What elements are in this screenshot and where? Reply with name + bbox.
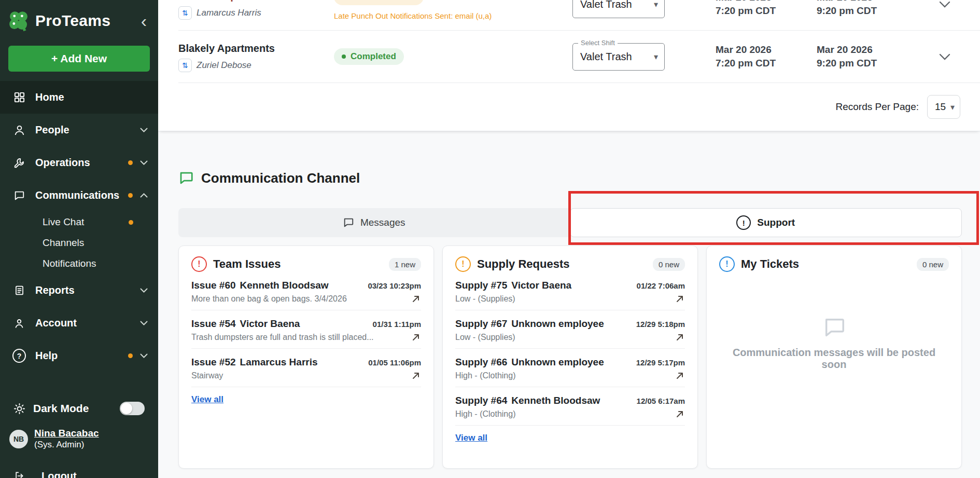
subitem-label: Channels — [43, 237, 84, 249]
chevron-down-icon — [140, 288, 148, 293]
caret-down-icon: ▾ — [654, 0, 658, 9]
records-per-page-row: Records Per Page: 15 ▾ — [178, 83, 980, 131]
item-id: Issue #52 — [191, 357, 236, 367]
item-name: Kenneth Bloodsaw — [240, 280, 329, 291]
sidebar-item-label: Reports — [35, 284, 75, 296]
wrench-icon — [12, 157, 26, 169]
sidebar-subitem-live-chat[interactable]: Live Chat — [0, 212, 158, 233]
row-expand-chevron-icon[interactable] — [922, 1, 980, 8]
sidebar-item-people[interactable]: People — [0, 114, 158, 146]
sidebar-item-account[interactable]: Account — [0, 307, 158, 339]
chevron-down-icon — [140, 128, 148, 132]
account-person-icon — [12, 318, 26, 329]
dark-mode-toggle[interactable] — [120, 402, 145, 415]
shift-select[interactable]: Select Shift Valet Trash ▾ — [572, 0, 665, 18]
status-dot-icon — [342, 54, 346, 59]
sidebar-item-label: Operations — [35, 157, 90, 169]
open-item-arrow-icon[interactable] — [675, 371, 685, 381]
home-grid-icon — [12, 91, 26, 103]
sidebar-item-home[interactable]: Home — [0, 81, 158, 114]
open-item-arrow-icon[interactable] — [675, 332, 685, 343]
open-item-arrow-icon[interactable] — [675, 294, 685, 304]
communication-cards: ! Team Issues 1 new Issue #60Kenneth Blo… — [178, 245, 962, 469]
card-title: Supply Requests — [477, 257, 569, 271]
status-cell: Late Punch Out Late Punch Out Notificati… — [334, 0, 572, 20]
item-description: High - (Clothing) — [455, 409, 515, 419]
chevron-down-icon — [140, 160, 148, 165]
list-item: Issue #52Lamarcus Harris 01/05 11:06pm S… — [191, 349, 421, 387]
item-timestamp: 01/22 7:06am — [637, 281, 685, 290]
sun-icon — [12, 403, 26, 415]
sidebar-item-label: Home — [35, 91, 64, 103]
sidebar-collapse-icon[interactable]: ‹ — [139, 12, 149, 30]
new-count-badge: 1 new — [389, 258, 421, 271]
table-row: Portland Apartments ⇅ Lamarcus Harris La… — [178, 0, 980, 31]
notification-dot — [128, 193, 133, 198]
open-item-arrow-icon[interactable] — [411, 294, 421, 304]
records-per-page-select[interactable]: 15 ▾ — [927, 95, 960, 119]
sidebar-item-operations[interactable]: Operations — [0, 146, 158, 179]
my-tickets-card: ! My Tickets 0 new Communication message… — [706, 245, 962, 469]
item-description: Trash dumpsters are full and trash is st… — [191, 333, 374, 342]
notification-dot — [129, 220, 133, 225]
list-item: Supply #64Kenneth Bloodsaw 12/05 6:17am … — [455, 387, 685, 426]
item-description: Low - (Supplies) — [455, 333, 515, 342]
sidebar-subitem-channels[interactable]: Channels — [0, 233, 158, 253]
tab-support[interactable]: ! Support — [570, 208, 962, 237]
user-name-link[interactable]: Nina Bacabac — [34, 428, 99, 440]
sidebar-item-label: Account — [35, 317, 77, 329]
logout-button[interactable]: Logout — [0, 456, 158, 478]
view-all-link[interactable]: View all — [455, 433, 487, 443]
open-item-arrow-icon[interactable] — [411, 371, 421, 381]
tab-label: Messages — [360, 217, 405, 228]
notification-dot — [128, 353, 133, 358]
avatar: NB — [9, 430, 28, 448]
tab-messages[interactable]: Messages — [178, 208, 570, 237]
user-role: (Sys. Admin) — [34, 440, 99, 450]
item-description: Low - (Supplies) — [455, 294, 515, 304]
sidebar-item-help[interactable]: ? Help — [0, 339, 158, 372]
sidebar-subitem-notifications[interactable]: Notifications — [0, 253, 158, 274]
open-item-arrow-icon[interactable] — [675, 409, 685, 419]
add-new-button[interactable]: + Add New — [8, 46, 150, 72]
status-cell: Completed — [334, 48, 572, 65]
start-time-cell: Mar 20 2026 7:20 pm CDT — [702, 0, 803, 18]
start-time-cell: Mar 20 2026 7:20 pm CDT — [702, 43, 803, 70]
proteams-logo-icon — [7, 9, 30, 32]
shift-select-value: Valet Trash — [580, 0, 632, 10]
new-count-badge: 0 new — [917, 258, 949, 271]
dark-mode-label: Dark Mode — [33, 402, 89, 415]
item-timestamp: 12/29 5:18pm — [636, 320, 685, 329]
empty-state: Communication messages will be posted so… — [719, 272, 949, 371]
shift-select[interactable]: Select Shift Valet Trash ▾ — [572, 43, 665, 71]
sidebar-item-reports[interactable]: Reports — [0, 274, 158, 307]
view-all-link[interactable]: View all — [191, 394, 223, 405]
sidebar-item-communications[interactable]: Communications — [0, 179, 158, 212]
item-name: Victor Baena — [240, 318, 300, 329]
item-description: Stairway — [191, 371, 223, 380]
team-issues-card: ! Team Issues 1 new Issue #60Kenneth Blo… — [178, 245, 434, 469]
end-time-cell: Mar 20 2026 9:20 pm CDT — [803, 43, 922, 70]
item-id: Supply #67 — [455, 318, 507, 329]
item-id: Issue #60 — [191, 280, 236, 291]
open-item-arrow-icon[interactable] — [411, 332, 421, 343]
sort-swap-icon[interactable]: ⇅ — [178, 59, 192, 72]
section-title: Communication Channel — [201, 170, 360, 186]
chevron-up-icon — [140, 193, 148, 198]
row-expand-chevron-icon[interactable] — [922, 53, 980, 60]
empty-state-text: Communication messages will be posted so… — [719, 347, 949, 371]
message-bubble-icon — [343, 217, 354, 228]
help-question-icon: ? — [12, 349, 26, 363]
list-item: Supply #67Unknown employee 12/29 5:18pm … — [455, 310, 685, 349]
table-row: Blakely Apartments ⇅ Zuriel Debose Compl… — [178, 31, 980, 83]
tab-label: Support — [757, 217, 795, 228]
item-name: Kenneth Bloodsaw — [511, 395, 600, 406]
communication-header: Communication Channel — [178, 169, 962, 187]
card-title: My Tickets — [741, 257, 799, 271]
property-cell: Portland Apartments ⇅ Lamarcus Harris — [178, 0, 334, 20]
sort-swap-icon[interactable]: ⇅ — [178, 6, 192, 20]
item-name: Victor Baena — [511, 280, 571, 291]
report-document-icon — [12, 285, 26, 296]
communication-channel-section: Communication Channel Messages ! Support — [158, 131, 980, 469]
employee-name: Zuriel Debose — [197, 60, 251, 71]
